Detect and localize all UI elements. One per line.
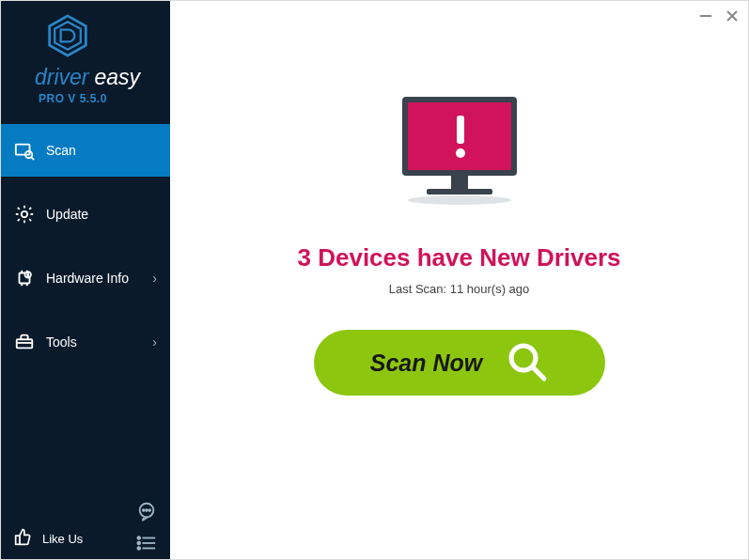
chat-icon[interactable] [136,501,157,525]
svg-point-33 [408,195,511,205]
brand-title-1: driver [35,65,89,90]
svg-rect-5 [16,145,30,155]
svg-point-20 [146,509,148,511]
svg-rect-32 [427,189,492,194]
monitor-alert-icon [389,91,530,217]
svg-point-21 [148,509,150,511]
svg-rect-34 [457,116,464,144]
brand-area: driver easy PRO V 5.5.0 [1,1,170,113]
close-icon[interactable] [726,8,739,25]
sidebar-item-label: Tools [46,334,77,350]
sidebar-item-tools[interactable]: Tools › [1,316,170,368]
svg-marker-4 [55,22,81,49]
brand-title-2: easy [95,65,141,90]
svg-line-37 [533,367,544,379]
svg-point-19 [143,509,145,511]
app-logo-icon [46,14,89,61]
sidebar-nav: Scan Update i Hardware Info › [1,124,170,559]
sidebar-item-label: Scan [46,143,76,158]
like-us-label: Like Us [42,532,157,546]
toolbox-icon [14,332,35,352]
gear-icon [14,204,35,225]
scan-now-button[interactable]: Scan Now [314,330,605,396]
sidebar-item-scan[interactable]: Scan [1,124,170,177]
chevron-right-icon: › [152,334,157,350]
sidebar-item-label: Update [46,207,88,222]
magnify-icon [507,341,548,385]
scan-icon [14,140,35,161]
scan-now-label: Scan Now [370,350,482,377]
chevron-right-icon: › [152,271,157,286]
sidebar-item-label: Hardware Info [46,271,129,286]
svg-text:i: i [27,272,28,277]
svg-rect-31 [451,176,468,189]
svg-point-35 [456,148,465,158]
sidebar-item-hardware-info[interactable]: i Hardware Info › [1,252,170,304]
thumbs-up-icon [14,527,33,550]
last-scan-label: Last Scan: 11 hour(s) ago [389,282,530,296]
chip-icon: i [14,268,35,288]
svg-point-8 [22,211,27,217]
svg-rect-28 [16,536,20,544]
svg-line-7 [31,157,34,160]
brand-version: PRO V 5.5.0 [39,92,107,105]
status-headline: 3 Devices have New Drivers [298,243,621,272]
sidebar: driver easy PRO V 5.5.0 Scan Update [1,1,170,559]
main-content: 3 Devices have New Drivers Last Scan: 11… [170,1,748,559]
sidebar-item-update[interactable]: Update [1,188,170,241]
like-us-button[interactable]: Like Us [1,527,170,550]
minimize-icon[interactable] [699,8,712,25]
